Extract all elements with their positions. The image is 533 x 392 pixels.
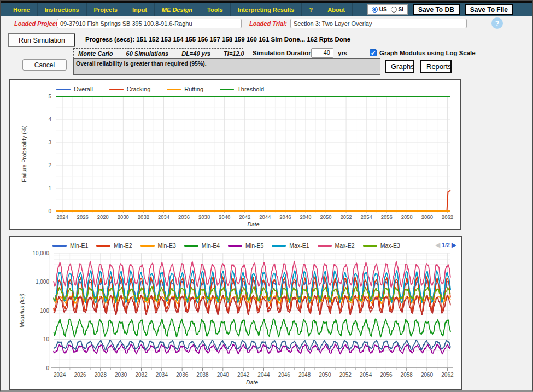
svg-text:2: 2 xyxy=(48,162,51,168)
monte-carlo-ti: TI=12.0 xyxy=(224,50,244,57)
svg-text:10: 10 xyxy=(43,336,50,342)
svg-text:2052: 2052 xyxy=(339,372,352,378)
modulus-chart: 10,0001,00010010020242026202820302032203… xyxy=(10,237,461,391)
svg-text:2036: 2036 xyxy=(176,372,189,378)
svg-text:2048: 2048 xyxy=(300,214,311,220)
progress-text: Progress (secs): 151 152 153 154 155 156… xyxy=(85,36,350,43)
monte-carlo-sims: 60 Simulations xyxy=(126,50,169,57)
log-scale-checkbox[interactable]: ✔ xyxy=(370,49,377,56)
svg-text:2046: 2046 xyxy=(279,214,291,220)
svg-text:2040: 2040 xyxy=(217,372,230,378)
svg-text:2048: 2048 xyxy=(298,372,311,378)
radio-us-icon[interactable] xyxy=(372,7,378,13)
help-icon[interactable]: ? xyxy=(491,17,503,29)
svg-text:2044: 2044 xyxy=(259,214,271,220)
radio-us-label: US xyxy=(379,7,387,13)
graphs-button[interactable]: Graphs xyxy=(385,60,414,73)
simulation-duration-input[interactable]: 40 xyxy=(311,48,333,58)
svg-text:2046: 2046 xyxy=(278,372,291,378)
svg-text:2058: 2058 xyxy=(401,214,413,220)
radio-si[interactable]: SI xyxy=(391,7,403,13)
loaded-trial-label: Loaded Trial: xyxy=(249,20,287,27)
modulus-panel: Min-E1 Min-E2 Min-E3 Min-E4 Min-E5 Max-E… xyxy=(9,236,462,390)
main-nav: Home Instructions Projects Input ME Desi… xyxy=(1,3,532,16)
svg-text:2038: 2038 xyxy=(198,214,210,220)
svg-text:2030: 2030 xyxy=(115,372,127,378)
svg-text:0: 0 xyxy=(46,365,49,371)
nav-item-home[interactable]: Home xyxy=(6,3,38,16)
svg-text:2056: 2056 xyxy=(380,372,393,378)
svg-text:Failure Probability (%): Failure Probability (%) xyxy=(21,125,27,182)
svg-text:2062: 2062 xyxy=(442,214,453,220)
svg-text:2056: 2056 xyxy=(381,214,393,220)
svg-text:100: 100 xyxy=(40,308,49,314)
svg-text:2054: 2054 xyxy=(360,372,372,378)
run-simulation-button[interactable]: Run Simulation xyxy=(9,34,75,46)
svg-text:2030: 2030 xyxy=(118,214,129,220)
svg-text:2028: 2028 xyxy=(97,214,109,220)
svg-text:2058: 2058 xyxy=(401,372,413,378)
svg-text:10,000: 10,000 xyxy=(32,250,49,256)
svg-text:2024: 2024 xyxy=(57,214,68,220)
svg-text:Date: Date xyxy=(246,379,258,385)
svg-text:2028: 2028 xyxy=(95,372,107,378)
svg-text:2050: 2050 xyxy=(319,372,331,378)
svg-text:2024: 2024 xyxy=(54,372,66,378)
svg-text:2042: 2042 xyxy=(237,372,250,378)
monte-carlo-summary-box: Monte Carlo 60 Simulations DL=40 yrs TI=… xyxy=(73,48,243,58)
svg-text:2036: 2036 xyxy=(178,214,190,220)
svg-text:2026: 2026 xyxy=(77,214,89,220)
svg-text:2062: 2062 xyxy=(441,372,454,378)
monte-carlo-mode: Monte Carlo xyxy=(78,50,113,57)
reports-button[interactable]: Reports xyxy=(420,60,452,73)
svg-text:2060: 2060 xyxy=(421,214,433,220)
svg-text:3: 3 xyxy=(48,139,51,145)
nav-item-interpreting-results[interactable]: Interpreting Results xyxy=(231,3,302,16)
failure-probability-chart: 0123452024202620282030203220342036203820… xyxy=(10,80,460,231)
svg-text:2040: 2040 xyxy=(219,214,230,220)
units-radio-group: US SI xyxy=(367,4,408,15)
svg-text:2038: 2038 xyxy=(196,372,209,378)
svg-text:0: 0 xyxy=(48,208,51,214)
status-message-box: Overall reliability is greater than requ… xyxy=(73,58,380,75)
nav-item-projects[interactable]: Projects xyxy=(87,3,125,16)
svg-text:2052: 2052 xyxy=(341,214,352,220)
nav-item-me-design[interactable]: ME Design xyxy=(155,3,200,16)
simulation-duration-label: Simulation Duration xyxy=(253,50,312,56)
nav-item-instructions[interactable]: Instructions xyxy=(38,3,87,16)
save-to-file-button[interactable]: Save To File xyxy=(465,4,513,15)
svg-text:2042: 2042 xyxy=(239,214,250,220)
loaded-project-label: Loaded Project: xyxy=(14,20,60,27)
simulation-duration-units: yrs xyxy=(338,50,347,56)
nav-item-input[interactable]: Input xyxy=(125,3,155,16)
app-window: Home Instructions Projects Input ME Desi… xyxy=(0,0,533,392)
svg-text:2050: 2050 xyxy=(320,214,331,220)
loaded-trial-field[interactable]: Section 3: Two Layer Overlay xyxy=(290,19,467,28)
nav-item-tools[interactable]: Tools xyxy=(200,3,231,16)
svg-text:2034: 2034 xyxy=(156,372,168,378)
svg-text:2034: 2034 xyxy=(158,214,169,220)
svg-text:2032: 2032 xyxy=(138,214,149,220)
radio-si-icon[interactable] xyxy=(391,7,397,13)
nav-item-help[interactable]: ? xyxy=(302,3,320,16)
svg-text:Modulus (ksi): Modulus (ksi) xyxy=(19,294,25,327)
svg-text:1,000: 1,000 xyxy=(36,279,49,285)
radio-si-label: SI xyxy=(399,7,403,13)
svg-text:Date: Date xyxy=(247,221,259,227)
svg-text:2026: 2026 xyxy=(74,372,86,378)
svg-text:2054: 2054 xyxy=(361,214,372,220)
save-to-db-button[interactable]: Save To DB xyxy=(413,4,460,15)
loaded-project-field[interactable]: 09-37910 Fish Springs SB 395 100.8-91.6-… xyxy=(57,19,242,28)
svg-text:4: 4 xyxy=(48,116,51,122)
failure-probability-panel: Overall Cracking Rutting Threshold 01234… xyxy=(9,79,461,230)
svg-text:2044: 2044 xyxy=(257,372,270,378)
svg-text:2032: 2032 xyxy=(135,372,148,378)
log-scale-label: Graph Modulus using Log Scale xyxy=(379,50,476,56)
cancel-button[interactable]: Cancel xyxy=(22,59,67,71)
svg-text:1: 1 xyxy=(48,185,51,191)
svg-text:2060: 2060 xyxy=(421,372,434,378)
monte-carlo-dl: DL=40 yrs xyxy=(181,50,210,57)
nav-item-about[interactable]: About xyxy=(320,3,353,16)
svg-text:5: 5 xyxy=(48,93,51,100)
radio-us[interactable]: US xyxy=(372,7,387,13)
